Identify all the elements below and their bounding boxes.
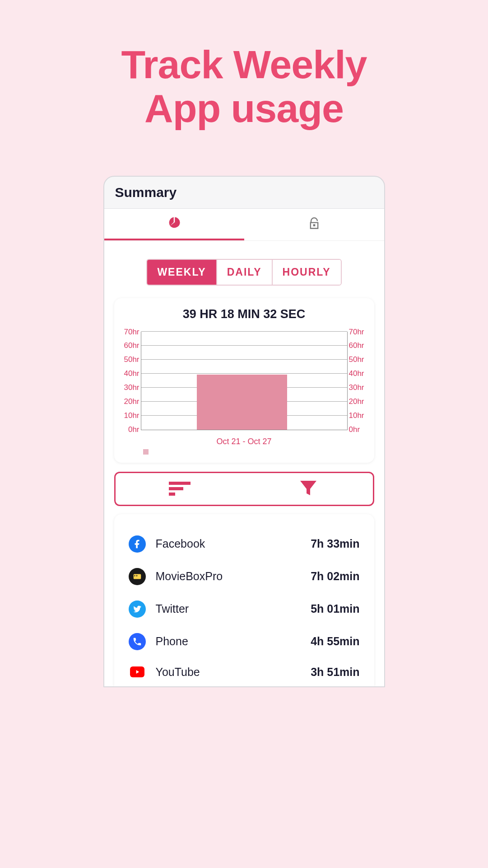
pie-chart-icon [167, 216, 181, 231]
moviebox-icon [129, 568, 146, 585]
app-name: MovieBoxPro [156, 570, 311, 583]
legend-dot [143, 449, 149, 455]
svg-rect-3 [133, 574, 141, 579]
filter-button[interactable] [244, 473, 373, 505]
app-name: Phone [156, 635, 311, 648]
app-name: Twitter [156, 602, 311, 615]
sort-icon [167, 479, 192, 499]
promo-title: Track Weekly App usage [0, 0, 488, 158]
period-hourly-button[interactable]: HOURLY [272, 260, 341, 285]
page-title: Summary [115, 185, 373, 200]
app-list: Facebook7h 33minMovieBoxPro7h 02minTwitt… [114, 514, 374, 686]
top-tabs [104, 209, 384, 241]
app-time: 4h 55min [311, 635, 359, 648]
period-toggle: WEEKLY DAILY HOURLY [104, 259, 384, 286]
phone-icon [129, 633, 146, 650]
chart-total-label: 39 HR 18 MIN 32 SEC [121, 307, 367, 321]
period-daily-button[interactable]: DAILY [216, 260, 272, 285]
tab-lock[interactable] [244, 209, 384, 240]
app-time: 7h 33min [311, 537, 359, 550]
y-axis-right: 70hr 60hr 50hr 40hr 30hr 20hr 10hr 0hr [349, 328, 367, 434]
chart-bar [197, 375, 288, 430]
app-time: 3h 51min [311, 666, 359, 679]
app-body: WEEKLY DAILY HOURLY 39 HR 18 MIN 32 SEC … [104, 209, 384, 686]
sort-filter-bar [114, 472, 374, 506]
filter-icon [297, 477, 319, 501]
promo-line2: App usage [18, 87, 470, 131]
app-name: Facebook [156, 537, 311, 550]
chart-card: 39 HR 18 MIN 32 SEC 70hr 60hr 50hr 40hr … [114, 298, 374, 463]
app-time: 5h 01min [311, 602, 359, 615]
svg-rect-1 [169, 487, 183, 490]
twitter-icon [129, 601, 146, 618]
promo-line1: Track Weekly [18, 43, 470, 87]
youtube-icon [130, 666, 144, 677]
app-header: Summary [104, 177, 384, 209]
chart-plot [141, 332, 348, 430]
svg-rect-2 [169, 493, 175, 496]
phone-frame: Summary WEEKLY DAILY HOURLY 39 HR 18 [103, 176, 385, 687]
period-weekly-button[interactable]: WEEKLY [147, 260, 216, 285]
app-row[interactable]: Facebook7h 33min [129, 528, 360, 560]
sort-button[interactable] [116, 473, 244, 505]
tab-chart[interactable] [104, 209, 244, 240]
app-row[interactable]: Phone4h 55min [129, 625, 360, 658]
app-name: YouTube [156, 666, 311, 679]
y-axis-left: 70hr 60hr 50hr 40hr 30hr 20hr 10hr 0hr [121, 328, 139, 434]
app-row[interactable]: MovieBoxPro7h 02min [129, 560, 360, 593]
app-row[interactable]: Twitter5h 01min [129, 593, 360, 625]
chart-xlabel: Oct 21 - Oct 27 [121, 437, 367, 446]
svg-rect-0 [169, 482, 191, 485]
app-time: 7h 02min [311, 570, 359, 583]
lock-icon [308, 217, 321, 232]
facebook-icon [129, 535, 146, 553]
chart-area: 70hr 60hr 50hr 40hr 30hr 20hr 10hr 0hr [121, 328, 367, 434]
app-row[interactable]: YouTube3h 51min [129, 658, 360, 686]
